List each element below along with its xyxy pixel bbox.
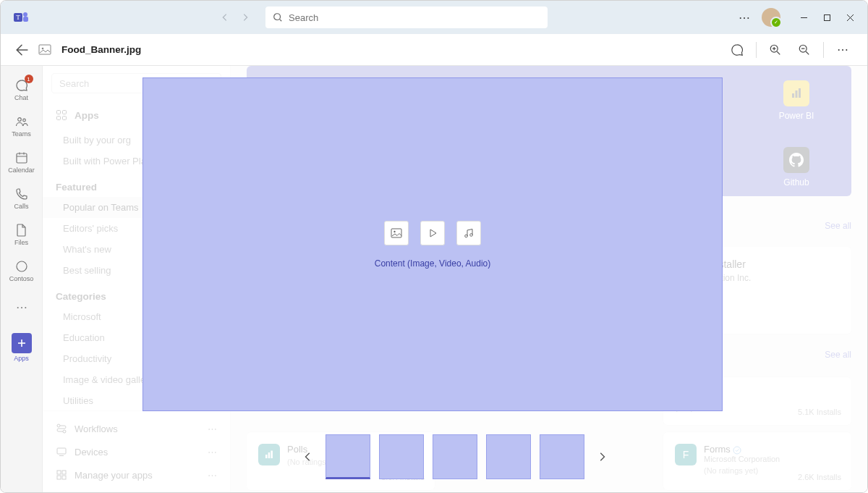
image-file-icon [38,43,51,56]
teams-icon [14,114,29,129]
divider [756,42,757,58]
power-bi-icon [783,80,809,106]
see-all-link[interactable]: See all [825,350,851,360]
rail-item-calendar[interactable]: Calendar [4,146,39,179]
see-all-link[interactable]: See all [825,221,851,231]
github-icon [783,147,809,173]
svg-rect-41 [796,90,798,98]
svg-line-13 [777,51,780,54]
tile-label: Github [783,177,809,187]
svg-point-2 [23,12,27,17]
calls-icon [14,187,29,201]
svg-rect-3 [23,17,28,22]
viewer-caption: Content (Image, Video, Audio) [375,258,491,269]
svg-rect-28 [57,111,61,114]
file-viewer-header: Food_Banner.jpg ⋯ [1,34,867,66]
rail-more-button[interactable]: ⋯ [4,290,39,324]
grid-icon [56,109,67,121]
content-type-image-icon [384,221,409,245]
svg-point-19 [17,118,21,122]
history-nav [216,9,254,26]
content-type-audio-icon [456,221,481,245]
files-icon [14,223,29,237]
svg-rect-10 [39,45,51,54]
divider [823,42,824,58]
chat-badge: 1 [25,75,33,83]
calendar-icon [14,151,29,165]
apps-back-label: Apps [75,110,99,121]
contoso-icon [14,259,29,274]
tile-github[interactable]: Github [766,147,827,187]
viewer-back-button[interactable] [15,43,28,56]
window-minimize-button[interactable] [792,7,815,28]
image-viewer-stage[interactable]: Content (Image, Video, Audio) [142,77,723,411]
svg-point-48 [393,230,395,232]
thumbnail-strip [43,434,867,479]
svg-rect-40 [792,93,794,98]
window-close-button[interactable] [838,7,861,28]
rail-item-contoso[interactable]: Contoso [4,254,39,287]
rail-item-files[interactable]: Files [4,218,39,251]
more-options-button[interactable]: ⋯ [833,40,853,60]
svg-rect-29 [63,111,67,114]
history-back-button[interactable] [216,9,234,26]
zoom-out-button[interactable] [794,40,814,60]
svg-point-20 [22,119,25,122]
history-forward-button[interactable] [237,9,254,26]
svg-point-11 [42,47,44,49]
svg-text:T: T [16,14,20,21]
card-installs: 5.1K Installs [798,408,841,416]
settings-more-button[interactable]: ⋯ [734,11,754,25]
rail-item-calls[interactable]: Calls [4,182,39,215]
svg-rect-21 [17,153,27,163]
rail-label: Apps [14,355,29,362]
rail-item-chat[interactable]: 1 Chat [4,73,39,106]
global-search[interactable] [265,7,548,28]
search-icon [273,12,283,22]
user-avatar[interactable] [762,8,780,27]
rail-label: Files [14,239,28,246]
rail-item-teams[interactable]: Teams [4,109,39,143]
svg-point-25 [17,261,27,271]
nav-label: Workflows [75,424,118,434]
rail-label: Teams [12,130,31,138]
global-search-input[interactable] [289,12,540,23]
svg-marker-49 [430,229,436,237]
rail-label: Calls [14,203,28,210]
thumb-next-button[interactable] [593,448,610,465]
title-bar: T ⋯ [1,1,867,34]
tile-label: Power BI [779,111,814,121]
thumbnail-3[interactable] [433,434,477,479]
rail-item-apps[interactable]: Apps [4,331,39,364]
app-rail: 1 Chat Teams Calendar Calls Files [1,66,43,492]
svg-rect-31 [63,117,67,120]
svg-rect-7 [824,14,830,20]
more-icon[interactable]: ⋯ [208,424,217,434]
content-type-video-icon [420,221,445,245]
body: 1 Chat Teams Calendar Calls Files [1,66,867,492]
thumbnail-5[interactable] [540,434,584,479]
thumbnail-4[interactable] [486,434,531,479]
chat-button[interactable] [727,40,747,60]
thumb-prev-button[interactable] [299,448,317,465]
zoom-in-button[interactable] [765,40,786,60]
svg-line-17 [806,51,809,54]
apps-icon [12,333,32,353]
rail-label: Calendar [8,167,35,174]
window-maximize-button[interactable] [815,7,838,28]
svg-rect-30 [57,117,61,120]
svg-line-5 [280,20,282,22]
svg-rect-47 [391,229,401,237]
rail-label: Contoso [9,275,34,282]
svg-point-33 [63,430,66,433]
thumbnail-1[interactable] [326,434,370,479]
tile-power-bi[interactable]: Power BI [766,80,827,121]
file-title: Food_Banner.jpg [61,44,141,55]
workflows-icon [56,423,67,434]
svg-rect-42 [799,88,801,98]
thumbnail-2[interactable] [379,434,424,479]
rail-label: Chat [14,94,28,101]
teams-logo-icon: T [12,9,30,26]
svg-point-32 [57,424,60,427]
app-window: T ⋯ [0,0,868,493]
